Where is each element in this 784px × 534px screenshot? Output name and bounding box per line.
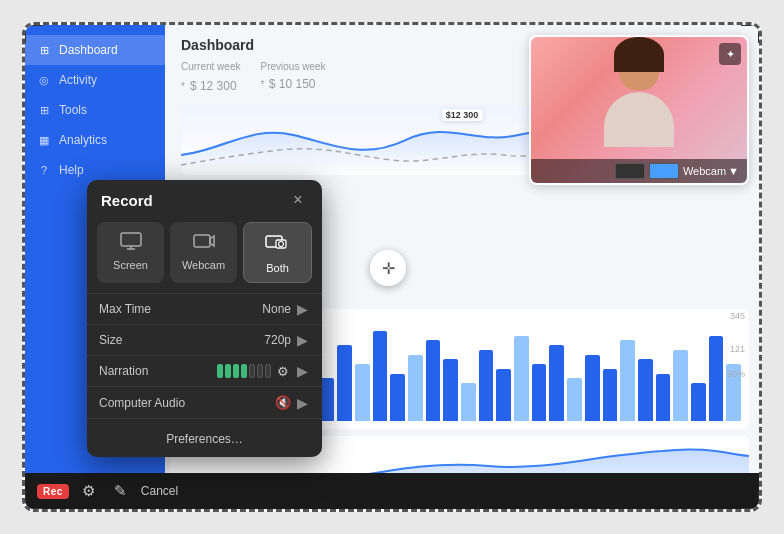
both-icon <box>265 233 291 256</box>
bar-item <box>496 369 511 421</box>
webcam-mode-label: Webcam <box>182 259 225 271</box>
narration-seg-3 <box>233 364 239 378</box>
narration-arrow[interactable]: ▶ <box>295 364 310 378</box>
size-controls: 720p ▶ <box>264 333 310 347</box>
dialog-title: Record <box>101 192 153 209</box>
corner-bl <box>23 491 43 511</box>
bar-item <box>691 383 706 421</box>
mode-buttons-group: Screen Webcam <box>87 218 322 293</box>
narration-seg-2 <box>225 364 231 378</box>
dialog-close-button[interactable]: × <box>288 190 308 210</box>
screen-mode-button[interactable]: Screen <box>97 222 164 283</box>
sidebar-item-tools[interactable]: ⊞ Tools <box>25 95 165 125</box>
corner-br <box>741 491 761 511</box>
max-time-row: Max Time None ▶ <box>87 293 322 324</box>
analytics-icon: ▦ <box>37 133 51 147</box>
preferences-button[interactable]: Preferences… <box>166 432 243 446</box>
max-time-value: None <box>262 302 291 316</box>
narration-seg-6 <box>257 364 263 378</box>
computer-audio-arrow[interactable]: ▶ <box>295 396 310 410</box>
bar-item <box>461 383 476 421</box>
sidebar-item-analytics[interactable]: ▦ Analytics <box>25 125 165 155</box>
bar-item <box>603 369 618 421</box>
magic-button[interactable]: ✦ <box>719 43 741 65</box>
edit-icon: ✎ <box>114 482 127 500</box>
svg-rect-0 <box>121 233 141 246</box>
both-mode-button[interactable]: Both <box>243 222 312 283</box>
activity-icon: ◎ <box>37 73 51 87</box>
previous-value: * $ 10 150 <box>260 74 325 92</box>
sidebar-label-tools: Tools <box>59 103 87 117</box>
current-week-label: Current week <box>181 61 240 72</box>
size-arrow[interactable]: ▶ <box>295 333 310 347</box>
narration-settings-btn[interactable]: ⚙ <box>275 365 291 378</box>
webcam-dropdown-button[interactable]: Webcam ▼ <box>683 165 739 177</box>
stat-previous: Previous week * $ 10 150 <box>260 61 325 95</box>
bar-item <box>656 374 671 421</box>
bar-item <box>567 378 582 421</box>
computer-audio-row: Computer Audio 🔇 ▶ <box>87 386 322 418</box>
sidebar-item-activity[interactable]: ◎ Activity <box>25 65 165 95</box>
person-hair <box>614 37 664 72</box>
sidebar-item-dashboard[interactable]: ⊞ Dashboard <box>25 35 165 65</box>
webcam-indicator-off <box>615 163 645 179</box>
bar-item <box>620 340 635 421</box>
current-value: * $ 12 300 <box>181 74 240 95</box>
webcam-label: Webcam <box>683 165 726 177</box>
dialog-header: Record × <box>87 180 322 218</box>
webcam-preview: ✦ Webcam ▼ <box>529 35 749 185</box>
bar-item <box>408 355 423 421</box>
max-time-label: Max Time <box>99 302 151 316</box>
narration-row: Narration ⚙ ▶ <box>87 355 322 386</box>
record-dialog: Record × Screen <box>87 180 322 457</box>
bar-item <box>585 355 600 421</box>
cancel-button[interactable]: Cancel <box>141 484 178 498</box>
bar-item <box>373 331 388 421</box>
webcam-toolbar: Webcam ▼ <box>531 159 747 183</box>
corner-tl <box>23 23 43 43</box>
webcam-mode-icon <box>193 232 215 253</box>
bar-item <box>709 336 724 421</box>
webcam-chevron-icon: ▼ <box>728 165 739 177</box>
sidebar-label-activity: Activity <box>59 73 97 87</box>
move-handle[interactable]: ✛ <box>370 250 406 286</box>
bar-item <box>673 350 688 421</box>
move-icon: ✛ <box>382 259 395 278</box>
person-figure <box>594 45 684 175</box>
computer-audio-label: Computer Audio <box>99 396 185 410</box>
narration-label: Narration <box>99 364 148 378</box>
bar-item <box>638 359 653 421</box>
screen-icon <box>120 232 142 253</box>
narration-bar <box>217 364 271 378</box>
bar-item <box>337 345 352 421</box>
current-prefix: * <box>181 81 185 92</box>
previous-week-label: Previous week <box>260 61 325 72</box>
webcam-mode-button[interactable]: Webcam <box>170 222 237 283</box>
sidebar-label-help: Help <box>59 163 84 177</box>
narration-seg-1 <box>217 364 223 378</box>
bottom-toolbar: Rec ⚙ ✎ Cancel <box>25 473 759 509</box>
chart-label-80: 80% <box>727 369 745 379</box>
webcam-indicator-on <box>649 163 679 179</box>
bar-item <box>390 374 405 421</box>
narration-seg-7 <box>265 364 271 378</box>
bar-item <box>355 364 370 421</box>
stat-current: Current week * $ 12 300 <box>181 61 240 95</box>
bar-item <box>514 336 529 421</box>
main-frame: ⊞ Dashboard ◎ Activity ⊞ Tools ▦ Analyti… <box>22 22 762 512</box>
dashboard-icon: ⊞ <box>37 43 51 57</box>
gear-icon: ⚙ <box>82 482 95 500</box>
settings-button[interactable]: ⚙ <box>77 479 101 503</box>
narration-controls: ⚙ ▶ <box>217 364 310 378</box>
preferences-row: Preferences… <box>87 418 322 457</box>
previous-prefix: * <box>260 79 264 90</box>
person-head <box>619 45 659 90</box>
max-time-arrow[interactable]: ▶ <box>295 302 310 316</box>
tools-icon: ⊞ <box>37 103 51 117</box>
narration-seg-5 <box>249 364 255 378</box>
bar-item <box>549 345 564 421</box>
sidebar-label-analytics: Analytics <box>59 133 107 147</box>
size-value: 720p <box>264 333 291 347</box>
edit-button[interactable]: ✎ <box>109 479 133 503</box>
both-mode-label: Both <box>266 262 289 274</box>
